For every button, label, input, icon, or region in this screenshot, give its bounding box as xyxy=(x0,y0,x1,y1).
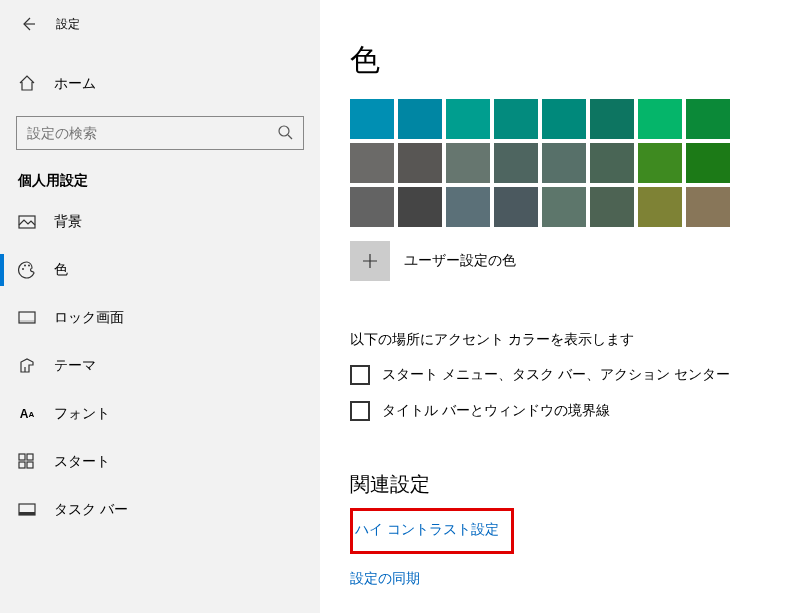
color-swatch[interactable] xyxy=(350,143,394,183)
svg-point-3 xyxy=(24,265,26,267)
related-settings-title: 関連設定 xyxy=(350,471,808,498)
color-swatch[interactable] xyxy=(590,187,634,227)
taskbar-icon xyxy=(18,501,36,519)
color-swatch[interactable] xyxy=(350,99,394,139)
checkbox-icon xyxy=(350,365,370,385)
nav-label: スタート xyxy=(54,453,110,471)
color-swatch[interactable] xyxy=(398,99,442,139)
theme-icon xyxy=(18,357,36,375)
color-swatch[interactable] xyxy=(446,187,490,227)
color-swatch[interactable] xyxy=(350,187,394,227)
color-swatch-grid xyxy=(350,99,808,227)
custom-color-row: ユーザー設定の色 xyxy=(350,241,808,281)
color-swatch[interactable] xyxy=(398,187,442,227)
color-swatch[interactable] xyxy=(686,99,730,139)
search-input[interactable] xyxy=(27,125,253,141)
color-swatch[interactable] xyxy=(446,143,490,183)
color-swatch[interactable] xyxy=(638,99,682,139)
search-box[interactable] xyxy=(16,116,304,150)
color-swatch[interactable] xyxy=(590,143,634,183)
checkbox-label: スタート メニュー、タスク バー、アクション センター xyxy=(382,366,730,384)
high-contrast-link[interactable]: ハイ コントラスト設定 xyxy=(350,508,514,554)
color-swatch[interactable] xyxy=(398,143,442,183)
color-swatch[interactable] xyxy=(494,187,538,227)
sidebar: 設定 ホーム 個人用設定 背景 色 ロック画面 テーマ xyxy=(0,0,320,613)
color-swatch[interactable] xyxy=(686,187,730,227)
color-swatch[interactable] xyxy=(494,99,538,139)
header-title: 設定 xyxy=(56,16,80,33)
nav-label: フォント xyxy=(54,405,110,423)
section-title: 個人用設定 xyxy=(0,150,320,198)
custom-color-button[interactable] xyxy=(350,241,390,281)
nav-item-lockscreen[interactable]: ロック画面 xyxy=(0,294,320,342)
svg-point-0 xyxy=(279,126,289,136)
picture-icon xyxy=(18,213,36,231)
nav-item-themes[interactable]: テーマ xyxy=(0,342,320,390)
svg-point-4 xyxy=(28,265,30,267)
color-swatch[interactable] xyxy=(542,187,586,227)
svg-rect-10 xyxy=(27,462,33,468)
color-swatch[interactable] xyxy=(446,99,490,139)
color-swatch[interactable] xyxy=(590,99,634,139)
back-arrow-icon xyxy=(20,16,36,32)
nav-item-background[interactable]: 背景 xyxy=(0,198,320,246)
nav-item-colors[interactable]: 色 xyxy=(0,246,320,294)
home-icon xyxy=(18,74,36,95)
nav-item-start[interactable]: スタート xyxy=(0,438,320,486)
font-icon: AA xyxy=(18,405,36,423)
nav-item-taskbar[interactable]: タスク バー xyxy=(0,486,320,534)
svg-rect-8 xyxy=(27,454,33,460)
content: 色 ユーザー設定の色 以下の場所にアクセント カラーを表示します スタート メニ… xyxy=(320,0,808,613)
checkbox-titlebar[interactable]: タイトル バーとウィンドウの境界線 xyxy=(350,401,808,421)
color-swatch[interactable] xyxy=(542,99,586,139)
nav-label: タスク バー xyxy=(54,501,128,519)
sidebar-header: 設定 xyxy=(0,0,320,48)
nav-item-fonts[interactable]: AA フォント xyxy=(0,390,320,438)
color-swatch[interactable] xyxy=(638,143,682,183)
search-icon xyxy=(277,124,293,143)
nav-label: ロック画面 xyxy=(54,309,124,327)
svg-rect-12 xyxy=(19,512,35,515)
color-swatch[interactable] xyxy=(638,187,682,227)
color-swatch[interactable] xyxy=(494,143,538,183)
nav-label: テーマ xyxy=(54,357,96,375)
home-label: ホーム xyxy=(54,75,96,93)
lockscreen-icon xyxy=(18,309,36,327)
page-title: 色 xyxy=(350,40,808,81)
sync-settings-link[interactable]: 設定の同期 xyxy=(350,570,808,588)
checkbox-icon xyxy=(350,401,370,421)
color-swatch[interactable] xyxy=(686,143,730,183)
checkbox-start-taskbar[interactable]: スタート メニュー、タスク バー、アクション センター xyxy=(350,365,808,385)
nav-label: 背景 xyxy=(54,213,82,231)
palette-icon xyxy=(18,261,36,279)
home-link[interactable]: ホーム xyxy=(0,64,320,104)
custom-color-label: ユーザー設定の色 xyxy=(404,252,516,270)
svg-point-2 xyxy=(22,268,24,270)
svg-rect-7 xyxy=(19,454,25,460)
nav-label: 色 xyxy=(54,261,68,279)
svg-rect-6 xyxy=(19,320,35,323)
color-swatch[interactable] xyxy=(542,143,586,183)
plus-icon xyxy=(362,253,378,269)
start-icon xyxy=(18,453,36,471)
svg-rect-9 xyxy=(19,462,25,468)
accent-description: 以下の場所にアクセント カラーを表示します xyxy=(350,331,808,349)
checkbox-label: タイトル バーとウィンドウの境界線 xyxy=(382,402,610,420)
back-button[interactable] xyxy=(18,14,38,34)
